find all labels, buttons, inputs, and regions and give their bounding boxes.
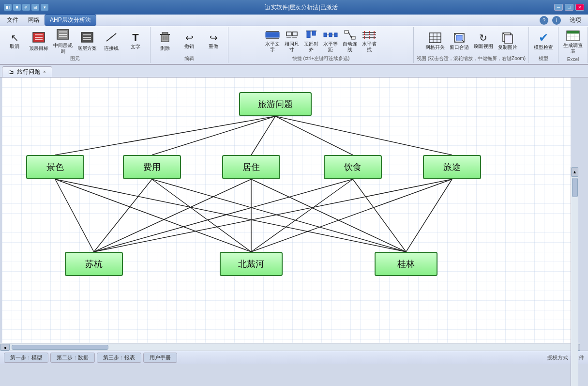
tabbar: 🗂 旅行问题 × <box>0 65 588 77</box>
group-edit-label: 编辑 <box>184 54 194 62</box>
close-button[interactable]: ✕ <box>575 4 584 11</box>
edit-buttons: 删除 ↩ 撤销 ↪ 重做 <box>153 28 225 54</box>
group-view-label: 视图 (双击合适，滚轮缩放，中键拖屏，右键Zoom) <box>417 54 526 62</box>
midlevel-button[interactable]: 中间层规则 <box>51 29 75 54</box>
group-model-label: 模型 <box>539 54 548 62</box>
grid-toggle-button[interactable]: 网格开关 <box>423 29 447 54</box>
auto-connect-button[interactable]: 自动连线 <box>341 29 359 54</box>
midlevel-label: 中间层规则 <box>52 43 74 54</box>
vscroll-thumb[interactable] <box>572 178 578 197</box>
svg-line-75 <box>152 179 406 252</box>
generate-survey-button[interactable]: 生成调查表 <box>561 30 585 55</box>
copy-image-button[interactable]: 复制图片 <box>496 29 519 54</box>
menu-file[interactable]: 文件 <box>2 15 23 25</box>
cursor-icon: ↖ <box>11 33 19 43</box>
group-excel-label: Excel <box>567 56 579 62</box>
fit-window-button[interactable]: 窗口合适 <box>448 29 471 54</box>
redo-icon: ↪ <box>210 33 218 43</box>
node-a3[interactable]: 桂林 <box>375 252 437 276</box>
cancel-button[interactable]: ↖ 取消 <box>3 29 26 54</box>
horiz-find-button[interactable]: 水平省找 <box>360 29 378 54</box>
node-c2[interactable]: 费用 <box>123 155 181 179</box>
node-c4[interactable]: 饮食 <box>324 155 382 179</box>
redo-button[interactable]: ↪ 重做 <box>202 29 225 54</box>
bottomlevel-button[interactable]: 底层方案 <box>75 29 99 54</box>
svg-rect-29 <box>324 33 327 37</box>
top-align-label: 顶部对齐 <box>302 41 320 53</box>
maximize-button[interactable]: □ <box>565 4 573 11</box>
window-controls[interactable]: ─ □ ✕ <box>554 4 584 11</box>
fit-window-icon <box>452 32 466 44</box>
node-c3-label: 居住 <box>242 161 260 173</box>
tab-icon: 🗂 <box>8 69 14 76</box>
delete-button[interactable]: 删除 <box>153 29 177 54</box>
horiz-equal-button[interactable]: 水平等距 <box>321 29 340 54</box>
node-a1-label: 苏杭 <box>85 258 103 270</box>
node-goal[interactable]: 旅游问题 <box>239 92 312 116</box>
text-button[interactable]: T 文字 <box>124 29 147 54</box>
svg-rect-34 <box>345 31 348 33</box>
svg-line-79 <box>94 179 353 252</box>
tab-close-button[interactable]: × <box>43 69 46 75</box>
app-icon-3: ✐ <box>22 4 30 11</box>
toplevel-button[interactable]: 顶层目标 <box>27 29 50 54</box>
svg-line-12 <box>106 33 116 41</box>
model-check-button[interactable]: ✔ 模型检查 <box>532 29 555 54</box>
svg-line-67 <box>251 116 275 155</box>
node-c3[interactable]: 居住 <box>222 155 280 179</box>
step2-tab[interactable]: 第二步：数据 <box>50 353 95 363</box>
info-button[interactable]: i <box>552 16 561 25</box>
horizontal-text-button[interactable]: 水平文字 <box>263 29 282 54</box>
svg-line-76 <box>94 179 251 252</box>
node-a1[interactable]: 苏杭 <box>65 252 123 276</box>
svg-line-68 <box>275 116 353 155</box>
undo-button[interactable]: ↩ 撤销 <box>178 29 201 54</box>
top-align-button[interactable]: 顶部对齐 <box>302 29 320 54</box>
model-buttons: ✔ 模型检查 <box>532 28 555 54</box>
step3-tab[interactable]: 第三步：报表 <box>97 353 141 363</box>
generate-survey-label: 生成调查表 <box>562 43 584 54</box>
node-c1[interactable]: 景色 <box>26 155 84 179</box>
node-c5[interactable]: 旅途 <box>423 155 481 179</box>
svg-line-82 <box>94 179 452 252</box>
title-text: 迈实软件|层次分析法|已激活 <box>265 3 337 12</box>
connectline-icon <box>105 31 118 45</box>
hscroll-thumb[interactable] <box>12 345 108 350</box>
vertical-scrollbar[interactable]: ▲ ▼ <box>571 167 578 386</box>
svg-rect-27 <box>307 31 310 38</box>
minimize-button[interactable]: ─ <box>554 4 563 11</box>
svg-line-72 <box>55 179 406 252</box>
same-size-button[interactable]: 相同尺寸 <box>283 29 301 54</box>
menu-ahp[interactable]: AHP层次分析法 <box>45 15 96 26</box>
options-button[interactable]: 选项 <box>565 15 586 25</box>
horizontal-text-label: 水平文字 <box>264 41 281 53</box>
model-check-label: 模型检查 <box>534 45 553 50</box>
scroll-left-button[interactable]: ◄ <box>0 344 10 351</box>
svg-line-84 <box>406 179 452 252</box>
same-size-label: 相同尺寸 <box>283 41 301 53</box>
horiz-equal-label: 水平等距 <box>322 41 339 53</box>
svg-line-66 <box>152 116 275 155</box>
menu-network[interactable]: 网络 <box>23 15 45 25</box>
diagram-tab[interactable]: 🗂 旅行问题 × <box>2 66 52 77</box>
step1-tab[interactable]: 第一步：模型 <box>4 353 48 363</box>
svg-line-73 <box>94 179 152 252</box>
help-button[interactable]: ? <box>540 16 548 25</box>
horizontal-scrollbar[interactable]: ◄ ► <box>0 343 580 351</box>
app-icon-5: ▾ <box>41 4 48 11</box>
app-icon-4: ⊞ <box>31 4 39 11</box>
titlebar: ◧ ■ ✐ ⊞ ▾ 迈实软件|层次分析法|已激活 ─ □ ✕ <box>0 0 588 15</box>
svg-rect-31 <box>334 33 337 37</box>
scroll-up-button[interactable]: ▲ <box>571 167 578 177</box>
manual-tab[interactable]: 用户手册 <box>143 353 177 363</box>
main-area: 旅游问题 景色 费用 居住 饮食 旅途 苏杭 北戴河 桂林 ▲ <box>0 77 588 343</box>
delete-icon <box>158 31 172 45</box>
refresh-button[interactable]: ↻ 刷新视图 <box>472 29 495 54</box>
svg-line-65 <box>55 116 275 155</box>
canvas[interactable]: 旅游问题 景色 费用 居住 饮食 旅途 苏杭 北戴河 桂林 <box>2 77 571 343</box>
redo-label: 重做 <box>209 44 218 49</box>
app-icon-2: ■ <box>13 4 21 11</box>
node-c5-label: 旅途 <box>443 161 461 173</box>
connectline-button[interactable]: 连接线 <box>100 29 123 54</box>
node-a2[interactable]: 北戴河 <box>220 252 283 276</box>
